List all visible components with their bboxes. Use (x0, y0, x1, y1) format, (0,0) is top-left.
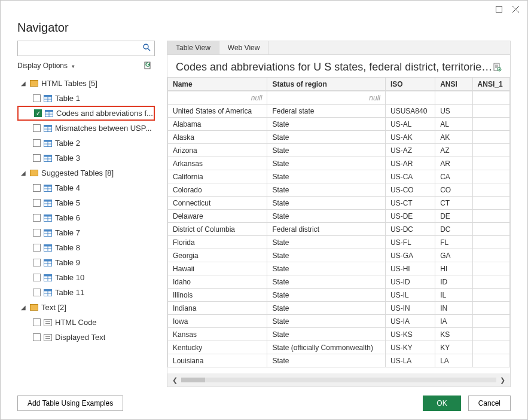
cell: US-DC (385, 223, 435, 236)
tree-group[interactable]: ◢Suggested Tables [8] (17, 165, 155, 180)
tree-item[interactable]: ✓Codes and abbreviations f... (17, 106, 155, 121)
tree-item[interactable]: Table 3 (17, 151, 155, 165)
cell: AZ (435, 144, 472, 157)
search-input[interactable] (22, 44, 143, 53)
tree-item[interactable]: Table 9 (17, 255, 155, 270)
tree-item[interactable]: Table 2 (17, 136, 155, 151)
table-row[interactable]: HawaiiStateUS-HIHI (168, 262, 510, 275)
checkbox[interactable] (33, 214, 41, 222)
checkbox[interactable]: ✓ (34, 109, 42, 117)
table-row[interactable]: DelawareStateUS-DEDE (168, 210, 510, 223)
checkbox[interactable] (33, 259, 41, 266)
cell: State (267, 183, 386, 197)
table-row[interactable]: AlabamaStateUS-ALAL (168, 118, 510, 131)
preview-panel: Table View Web View Codes and abbreviati… (167, 41, 511, 387)
add-column-button[interactable] (493, 63, 502, 72)
add-table-examples-button[interactable]: Add Table Using Examples (17, 396, 123, 411)
close-button[interactable] (507, 2, 524, 16)
data-grid-body[interactable]: nullnullUnited States of AmericaFederal … (167, 91, 510, 373)
tree-item[interactable]: Table 5 (17, 195, 155, 210)
checkbox[interactable] (33, 199, 41, 207)
table-row[interactable]: ArizonaStateUS-AZAZ (168, 144, 510, 157)
table-row[interactable]: District of ColumbiaFederal districtUS-D… (168, 223, 510, 236)
tree-item[interactable]: HTML Code (17, 315, 155, 330)
cell: United States of America (168, 105, 267, 118)
table-row[interactable]: KentuckyState (officially Commonwealth)U… (168, 341, 510, 354)
checkbox[interactable] (33, 184, 41, 192)
table-row[interactable]: IndianaStateUS-ININ (168, 302, 510, 315)
tree-item[interactable]: Table 7 (17, 225, 155, 240)
cell: Indiana (168, 302, 267, 315)
cell: CO (435, 183, 472, 197)
column-header[interactable]: Name (168, 78, 267, 91)
maximize-icon (496, 6, 502, 13)
refresh-button[interactable] (144, 61, 152, 70)
table-row[interactable]: ConnecticutStateUS-CTCT (168, 197, 510, 210)
display-options-dropdown[interactable]: Display Options ▾ (17, 62, 75, 70)
cell (472, 302, 509, 315)
checkbox[interactable] (33, 124, 41, 132)
cell: US-IA (385, 315, 435, 328)
table-row[interactable]: GeorgiaStateUS-GAGA (168, 249, 510, 262)
checkbox[interactable] (33, 318, 41, 326)
table-row[interactable]: AlaskaStateUS-AKAK (168, 131, 510, 144)
cell: DC (435, 223, 472, 236)
cell: Federal state (267, 105, 386, 118)
cell: Alaska (168, 131, 267, 144)
checkbox[interactable] (33, 154, 41, 162)
tree-item[interactable]: Table 8 (17, 240, 155, 255)
table-row[interactable]: CaliforniaStateUS-CACA (168, 170, 510, 183)
close-icon (512, 6, 519, 13)
cell: IN (435, 302, 472, 315)
table-row[interactable]: ArkansasStateUS-ARAR (168, 157, 510, 170)
column-header[interactable]: Status of region (267, 78, 386, 91)
cell (472, 183, 509, 197)
table-row[interactable]: ColoradoStateUS-COCO (168, 183, 510, 197)
search-box[interactable] (17, 41, 155, 56)
tree-item[interactable]: Table 1 (17, 91, 155, 106)
tab-table-view[interactable]: Table View (167, 41, 219, 54)
column-header[interactable]: ISO (385, 78, 435, 91)
table-row[interactable]: LouisianaStateUS-LALA (168, 354, 510, 367)
checkbox[interactable] (33, 274, 41, 281)
maximize-button[interactable] (490, 2, 507, 16)
tree-item[interactable]: Table 4 (17, 180, 155, 195)
checkbox[interactable] (33, 333, 41, 341)
cell: Kansas (168, 328, 267, 341)
table-row[interactable]: KansasStateUS-KSKS (168, 328, 510, 341)
column-header[interactable]: ANSI_1 (472, 78, 509, 91)
checkbox[interactable] (33, 229, 41, 237)
scroll-left-icon[interactable]: ❮ (172, 376, 178, 384)
ok-button[interactable]: OK (423, 396, 460, 411)
tree-item[interactable]: Table 6 (17, 210, 155, 225)
scrollbar-track[interactable] (181, 378, 496, 382)
tree-item[interactable]: Table 10 (17, 270, 155, 285)
checkbox[interactable] (33, 94, 41, 102)
table-row[interactable]: IllinoisStateUS-ILIL (168, 289, 510, 302)
cell (472, 105, 509, 118)
scroll-right-icon[interactable]: ❯ (500, 376, 505, 384)
cell: KS (435, 328, 472, 341)
tree-item[interactable]: Displayed Text (17, 330, 155, 345)
table-icon (44, 259, 52, 266)
tree-item[interactable]: Table 11 (17, 285, 155, 300)
column-header[interactable]: ANSI (435, 78, 472, 91)
checkbox[interactable] (33, 139, 41, 147)
tree-group[interactable]: ◢HTML Tables [5] (17, 76, 155, 91)
scrollbar-thumb[interactable] (181, 378, 205, 382)
svg-line-4 (148, 48, 150, 51)
table-row[interactable]: IdahoStateUS-IDID (168, 275, 510, 289)
cell: US-CA (385, 170, 435, 183)
table-row[interactable]: United States of AmericaFederal stateUSU… (168, 105, 510, 118)
checkbox[interactable] (33, 289, 41, 296)
cell: Arkansas (168, 157, 267, 170)
table-row[interactable]: IowaStateUS-IAIA (168, 315, 510, 328)
checkbox[interactable] (33, 244, 41, 252)
tab-web-view[interactable]: Web View (219, 41, 269, 54)
tree-item[interactable]: Mismatches between USP... (17, 121, 155, 136)
tree-group[interactable]: ◢Text [2] (17, 300, 155, 315)
table-icon (44, 125, 52, 132)
cancel-button[interactable]: Cancel (468, 396, 511, 411)
table-row[interactable]: FloridaStateUS-FLFL (168, 236, 510, 249)
horizontal-scrollbar[interactable]: ❮ ❯ (167, 373, 510, 387)
